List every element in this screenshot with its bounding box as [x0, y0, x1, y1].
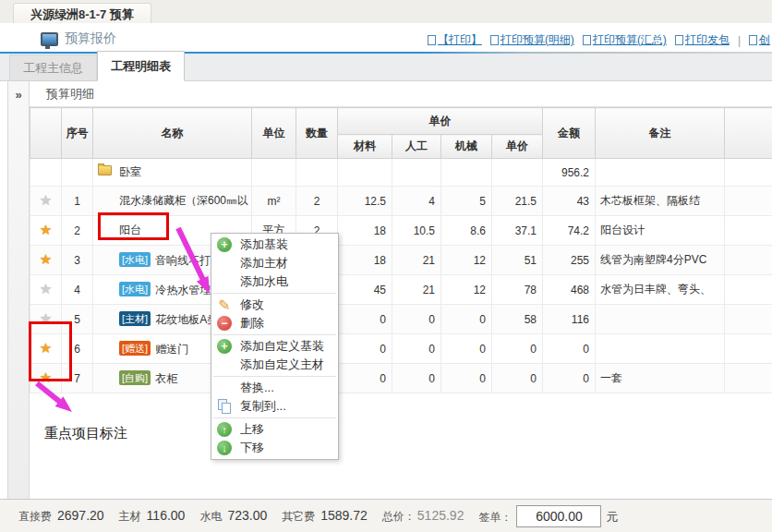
- row-amount: 255: [543, 246, 596, 275]
- row-remark: 水管为日丰牌、弯头、: [596, 275, 725, 305]
- page-title: 预算报价: [65, 30, 116, 47]
- menu-item-add-custom-base[interactable]: 添加自定义基装: [211, 337, 338, 356]
- row-machine-price: 0: [441, 334, 492, 364]
- row-labor-price: 21: [392, 246, 441, 275]
- print-icon: [490, 35, 499, 45]
- link-print[interactable]: 【打印】: [428, 32, 482, 48]
- print-icon: [583, 35, 591, 45]
- star-icon[interactable]: [30, 275, 61, 304]
- total-main-material: 主材 116.00: [119, 508, 186, 525]
- menu-item-label: 下移: [240, 440, 264, 456]
- tab-project-info[interactable]: 工程主信息: [9, 54, 97, 80]
- menu-item-label: 修改: [240, 296, 264, 313]
- menu-separator: [213, 334, 336, 335]
- row-unit-price: 0: [492, 364, 543, 393]
- link-print-budget-summary[interactable]: 打印预算(汇总): [583, 32, 667, 48]
- menu-item-move-up[interactable]: 上移: [211, 420, 338, 439]
- tab-project-detail[interactable]: 工程明细表: [97, 51, 185, 81]
- row-amount: 43: [543, 187, 596, 216]
- row-amount: 116: [543, 305, 596, 334]
- title-strip: 兴源绿洲8-1-7 预算: [0, 0, 772, 24]
- col-header-material: 材料: [338, 135, 392, 159]
- no-icon: [217, 274, 232, 289]
- row-qty: 2: [296, 187, 338, 216]
- col-header-amount: 金额: [543, 108, 596, 159]
- folder-icon: [98, 165, 112, 175]
- row-labor-price: 0: [392, 334, 441, 364]
- star-icon[interactable]: [30, 246, 61, 274]
- row-labor-price: 0: [392, 364, 441, 393]
- row-remark: 阳台设计: [596, 216, 725, 246]
- sign-amount: 签单： 元: [478, 505, 618, 527]
- row-unit-price: 78: [492, 275, 543, 305]
- menu-item-add-plumbing[interactable]: 添加水电: [211, 272, 338, 291]
- table-row[interactable]: 7 [自购]衣柜 0 0 0 0 0 一套: [30, 364, 772, 393]
- no-icon: [217, 357, 232, 372]
- link-print-contract[interactable]: 打印发包: [675, 32, 730, 48]
- group-row[interactable]: 卧室 956.2: [30, 159, 772, 187]
- copy-icon: [217, 399, 232, 414]
- add-circle-icon: [217, 237, 232, 252]
- menu-item-delete[interactable]: 删除: [211, 314, 338, 332]
- total-plumbing: 水电 723.00: [199, 508, 267, 525]
- menu-item-add-main-material[interactable]: 添加主材: [211, 254, 338, 272]
- table-row[interactable]: 6 [赠送]赠送门 0 0 0 0 0: [30, 334, 772, 364]
- context-menu: 添加基装添加主材添加水电修改删除添加自定义基装添加自定义主材替换...复制到..…: [211, 233, 339, 460]
- annotation-highlight-box: [98, 212, 169, 240]
- link-print-budget-detail[interactable]: 打印预算(明细): [490, 32, 574, 48]
- row-remark: 一套: [596, 364, 725, 393]
- link-create-truncated[interactable]: 创: [749, 32, 770, 48]
- item-name: 混水漆储藏柜（深600㎜以: [119, 194, 248, 207]
- sidebar-expand-button[interactable]: »: [8, 81, 29, 102]
- row-seq: 1: [62, 187, 93, 216]
- table-row[interactable]: 1 混水漆储藏柜（深600㎜以 m² 2 12.5 4 5 21.5 43 木芯…: [30, 187, 772, 216]
- menu-item-add-custom-material[interactable]: 添加自定义主材: [211, 356, 338, 374]
- menu-separator: [213, 417, 336, 418]
- tab-bar: 工程主信息 工程明细表: [0, 54, 772, 81]
- menu-item-move-down[interactable]: 下移: [211, 439, 338, 457]
- menu-item-edit[interactable]: 修改: [211, 296, 338, 314]
- collapsed-sidebar: »: [8, 81, 30, 499]
- item-name: 赠送门: [155, 343, 188, 356]
- row-tag: [水电]: [119, 252, 151, 267]
- pencil-icon: [217, 297, 232, 312]
- col-header-qty: 数量: [296, 108, 338, 159]
- row-tag: [主材]: [119, 311, 151, 326]
- print-icon: [749, 35, 757, 45]
- table-row[interactable]: 5 [主材]花纹地板A类 0 0 0 58 116: [30, 305, 772, 334]
- menu-item-label: 添加基装: [240, 236, 288, 253]
- col-header-name: 名称: [93, 108, 252, 159]
- menu-item-replace[interactable]: 替换...: [211, 379, 338, 397]
- menu-item-label: 添加自定义主材: [240, 357, 324, 373]
- row-tag: [水电]: [119, 282, 151, 296]
- detail-toolbar: 预算明细: [30, 81, 772, 107]
- table-row[interactable]: 3 [水电]音响线不打槽 18 21 12 51 255 线管为南塑牌4分PVC: [30, 246, 772, 275]
- table-row[interactable]: 4 [水电]冷热水管埋墙 45 21 12 78 468 水管为日丰牌、弯头、: [30, 275, 772, 305]
- item-name: 衣柜: [155, 372, 177, 385]
- row-seq: 2: [62, 216, 93, 246]
- row-material-price: 0: [338, 364, 392, 393]
- remove-circle-icon: [217, 316, 232, 331]
- col-header-extra: [725, 108, 772, 159]
- row-machine-price: 5: [441, 187, 492, 216]
- menu-separator: [213, 293, 336, 294]
- star-icon[interactable]: [30, 216, 61, 245]
- row-machine-price: 12: [441, 275, 492, 305]
- no-icon: [217, 256, 232, 271]
- group-amount: 956.2: [543, 159, 596, 187]
- col-header-unit-price: 单价: [492, 135, 543, 159]
- col-header-labor: 人工: [392, 135, 441, 159]
- row-labor-price: 4: [392, 187, 441, 216]
- menu-item-copy-to[interactable]: 复制到...: [211, 397, 338, 416]
- grand-total: 总价： 5125.92: [382, 508, 464, 525]
- item-name: 花纹地板A类: [155, 313, 218, 326]
- menu-item-label: 复制到...: [240, 398, 286, 415]
- sign-amount-input[interactable]: [516, 505, 601, 527]
- star-icon[interactable]: [30, 187, 61, 215]
- header-bar: 预算报价 【打印】 打印预算(明细) 打印预算(汇总) 打印发包 | 创: [0, 23, 772, 52]
- menu-separator: [213, 376, 336, 377]
- total-other-fee: 其它费 1589.72: [282, 508, 368, 525]
- row-material-price: 45: [338, 275, 392, 305]
- menu-item-add-base[interactable]: 添加基装: [211, 236, 338, 254]
- up-circle-icon: [217, 422, 232, 437]
